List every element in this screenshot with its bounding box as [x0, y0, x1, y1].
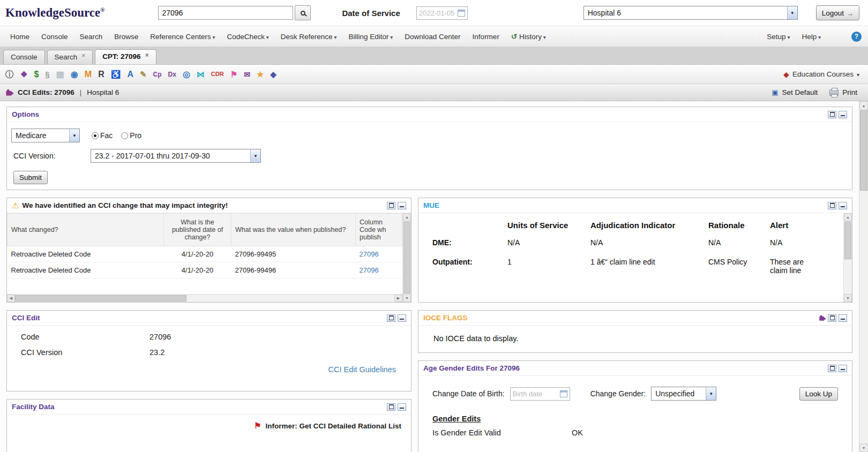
vertical-scrollbar[interactable] [843, 213, 852, 302]
scroll-down-arrow[interactable] [844, 294, 852, 302]
nav-item-informer[interactable]: Informer [467, 33, 505, 41]
panel-minimize-button[interactable] [398, 202, 406, 209]
scroll-down-arrow[interactable] [403, 294, 411, 302]
ioce-flags-panel-header: IOCE FLAGS [418, 311, 852, 326]
panel-restore-button[interactable] [387, 314, 395, 322]
nav-item-desk-reference[interactable]: Desk Reference [275, 33, 343, 41]
informer-link[interactable]: Informer: Get CCI Detailed Rational List [265, 422, 401, 430]
star-icon[interactable]: ★ [257, 70, 264, 78]
nav-item-home[interactable]: Home [4, 33, 35, 41]
education-courses-menu[interactable]: Education Courses [783, 70, 859, 79]
comment-icon[interactable]: ✉ [244, 71, 250, 78]
horizontal-scrollbar[interactable] [7, 294, 402, 302]
rvu-r-icon[interactable]: R [98, 70, 104, 79]
calendar-icon[interactable] [560, 390, 567, 397]
tab-cpt-27096[interactable]: CPT: 27096 [95, 49, 156, 64]
chevron-down-icon[interactable] [69, 129, 79, 142]
crosswalk-icon[interactable]: ⋈ [197, 70, 205, 78]
facility-select[interactable]: Hospital 6 [583, 6, 798, 20]
code-link[interactable]: 27096 [360, 250, 379, 258]
cdr-icon[interactable]: CDR [211, 71, 224, 77]
set-default-button[interactable]: Set Default [772, 88, 818, 96]
panel-restore-button[interactable] [828, 202, 836, 209]
scroll-up-arrow[interactable] [859, 101, 868, 110]
anesthesia-a-icon[interactable]: A [127, 70, 133, 79]
panel-minimize-button[interactable] [839, 202, 847, 209]
mue-panel-header: MUE [418, 198, 852, 213]
nav-item-download-center[interactable]: Download Center [399, 33, 466, 41]
nav-item-billing-editor[interactable]: Billing Editor [342, 33, 399, 41]
nav-item-codecheck[interactable]: CodeCheck [221, 33, 274, 41]
cci-edit-guidelines-link[interactable]: CCI Edit Guidelines [328, 365, 396, 374]
chevron-down-icon[interactable] [787, 6, 797, 19]
panel-minimize-button[interactable] [839, 314, 847, 322]
search-doc-icon[interactable]: ◎ [183, 70, 190, 79]
table-row: Retroactive Deleted Code 4/1/-20-20 2709… [8, 262, 402, 278]
scroll-thumb[interactable] [860, 110, 867, 191]
panel-minimize-button[interactable] [398, 403, 406, 411]
pencil-icon[interactable]: ✎ [140, 70, 147, 78]
panel-restore-button[interactable] [828, 314, 836, 322]
nav-item-setup[interactable]: Setup [761, 33, 796, 41]
panel-minimize-button[interactable] [839, 365, 847, 372]
panel-restore-button[interactable] [828, 365, 836, 372]
gender-select[interactable]: Unspecified [651, 387, 716, 401]
globe-icon[interactable]: ◉ [71, 70, 78, 79]
dollar-icon[interactable]: $ [34, 70, 39, 79]
payer-select[interactable]: Medicare [11, 129, 80, 142]
scroll-thumb[interactable] [403, 222, 410, 293]
nav-item-search[interactable]: Search [74, 33, 109, 41]
chevron-down-icon[interactable] [250, 149, 260, 162]
info-icon[interactable]: ⓘ [5, 70, 14, 79]
nav-item-history[interactable]: History [505, 32, 552, 41]
flag-icon[interactable]: ⚑ [230, 70, 237, 78]
scroll-up-arrow[interactable] [403, 213, 411, 221]
nav-item-console[interactable]: Console [35, 33, 74, 41]
scroll-thumb[interactable] [15, 295, 186, 302]
cp-icon[interactable]: Cp [153, 71, 162, 78]
pro-radio[interactable] [121, 132, 128, 139]
panel-restore-button[interactable] [387, 202, 395, 209]
page-scrollbar[interactable] [859, 101, 868, 452]
panel-minimize-button[interactable] [398, 314, 406, 322]
nav-item-help[interactable]: Help [796, 33, 827, 41]
look-up-button[interactable]: Look Up [799, 387, 838, 401]
logout-button[interactable]: Logout [816, 5, 859, 20]
section-icon[interactable]: § [45, 70, 49, 78]
scroll-track[interactable] [844, 260, 852, 294]
scroll-track[interactable] [186, 295, 394, 302]
puzzle-icon[interactable]: ❖ [20, 70, 27, 78]
tab-search[interactable]: Search [47, 50, 93, 64]
search-button[interactable] [295, 5, 311, 20]
panel-restore-button[interactable] [828, 111, 836, 118]
birth-date-field[interactable]: Birth date [510, 387, 570, 401]
cci-version-select[interactable]: 23.2 - 2017-07-01 thru 2017-09-30 [91, 149, 261, 163]
tab-console[interactable]: Console [3, 50, 45, 64]
submit-button[interactable]: Submit [13, 171, 48, 184]
nav-item-browse[interactable]: Browse [108, 33, 144, 41]
chevron-down-icon[interactable] [706, 387, 716, 400]
scroll-down-arrow[interactable] [859, 443, 868, 452]
close-icon[interactable] [145, 52, 149, 58]
medicare-m-icon[interactable]: M [85, 70, 92, 79]
close-icon[interactable] [81, 52, 85, 59]
date-of-service-field[interactable]: 2022-01-05 [416, 6, 468, 20]
scroll-left-arrow[interactable] [7, 295, 15, 302]
dx-icon[interactable]: Dx [168, 71, 176, 78]
chart-icon[interactable]: ▦ [56, 70, 64, 79]
shield-icon[interactable]: ◆ [270, 70, 276, 78]
accessibility-icon[interactable]: ♿ [111, 70, 121, 78]
fac-radio[interactable] [92, 132, 99, 139]
code-link[interactable]: 27096 [360, 266, 379, 274]
panel-restore-button[interactable] [387, 403, 395, 411]
vertical-scrollbar[interactable] [402, 213, 411, 302]
scroll-thumb[interactable] [844, 222, 851, 259]
print-button[interactable]: Print [829, 88, 857, 96]
nav-item-reference-centers[interactable]: Reference Centers [144, 33, 221, 41]
panel-minimize-button[interactable] [839, 111, 847, 118]
calendar-icon[interactable] [458, 10, 465, 17]
scroll-right-arrow[interactable] [394, 295, 402, 302]
scroll-up-arrow[interactable] [844, 213, 852, 221]
help-icon[interactable] [851, 32, 862, 42]
code-search-input[interactable] [158, 6, 293, 20]
